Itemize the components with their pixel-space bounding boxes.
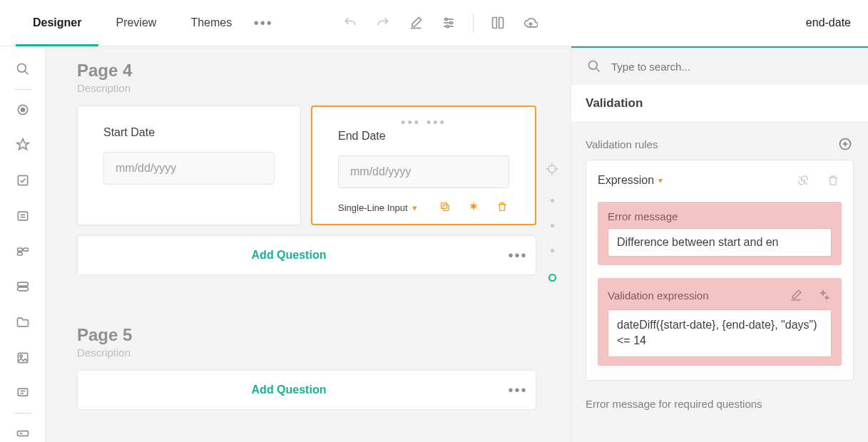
svg-rect-26 xyxy=(443,205,449,210)
svg-rect-27 xyxy=(441,203,447,209)
caret-down-icon: ▾ xyxy=(658,175,663,185)
question-label[interactable]: Start Date xyxy=(103,126,275,139)
panel-search-input[interactable] xyxy=(611,61,854,73)
eraser-icon[interactable] xyxy=(787,287,805,304)
duplicate-button[interactable] xyxy=(439,201,452,214)
page-dot[interactable] xyxy=(551,249,554,252)
divider xyxy=(14,413,31,413)
svg-rect-15 xyxy=(23,248,28,251)
panel-body: Validation rules Expression ▾ Er xyxy=(571,123,868,442)
add-rule-button[interactable] xyxy=(837,135,854,153)
add-question-button[interactable]: Add Question xyxy=(78,384,500,396)
panel-section-header[interactable]: Validation xyxy=(571,85,868,123)
svg-rect-24 xyxy=(17,431,28,436)
svg-point-28 xyxy=(548,165,556,173)
svg-point-5 xyxy=(446,25,449,27)
settings-icon[interactable] xyxy=(440,14,457,31)
page-title[interactable]: Page 5 xyxy=(77,325,536,345)
top-bar: Designer Preview Themes ••• end-date xyxy=(0,0,868,46)
wand-icon[interactable] xyxy=(815,287,832,304)
date-input[interactable]: mm/dd/yyyy xyxy=(338,155,509,188)
radio-icon[interactable] xyxy=(14,101,31,118)
rule-tools xyxy=(795,172,842,189)
boolean-icon[interactable] xyxy=(14,278,31,295)
image-icon[interactable] xyxy=(14,349,31,366)
file-icon[interactable] xyxy=(14,314,31,331)
date-placeholder: mm/dd/yyyy xyxy=(116,162,176,175)
divider xyxy=(473,13,474,33)
tab-label: Preview xyxy=(116,16,156,29)
svg-rect-21 xyxy=(18,389,27,396)
delete-button[interactable] xyxy=(496,201,509,214)
comment-icon[interactable] xyxy=(14,385,31,402)
tabs-overflow-button[interactable]: ••• xyxy=(249,15,277,31)
search-icon[interactable] xyxy=(14,61,31,78)
redo-button[interactable] xyxy=(374,14,392,31)
page-dot-active[interactable] xyxy=(548,274,556,282)
tab-designer[interactable]: Designer xyxy=(16,0,98,46)
field-label: Error message xyxy=(608,210,678,222)
unlink-icon[interactable] xyxy=(795,172,812,189)
svg-line-7 xyxy=(24,71,28,74)
svg-point-20 xyxy=(19,355,21,357)
design-canvas[interactable]: Page 4 Description Start Date mm/dd/yyyy… xyxy=(46,46,571,442)
tab-label: Themes xyxy=(190,16,232,29)
date-placeholder: mm/dd/yyyy xyxy=(350,165,411,178)
svg-point-4 xyxy=(450,21,452,24)
main-tabs: Designer Preview Themes xyxy=(16,0,249,46)
delete-rule-button[interactable] xyxy=(824,172,842,189)
page-description[interactable]: Description xyxy=(77,82,536,94)
tab-themes[interactable]: Themes xyxy=(173,0,249,46)
left-toolbox xyxy=(0,46,46,442)
svg-rect-11 xyxy=(18,212,27,220)
validation-expression-input[interactable]: dateDiff({start-date}, {end-date}, "days… xyxy=(608,309,832,357)
tagbox-icon[interactable] xyxy=(14,243,31,260)
question-card-end-date[interactable]: ••• ••• End Date mm/dd/yyyy Single-Line … xyxy=(311,106,536,225)
question-toolbar: Single-Line Input ▾ xyxy=(338,201,509,214)
svg-line-34 xyxy=(596,68,600,72)
drag-handle-icon[interactable]: ••• ••• xyxy=(338,120,509,125)
page-dot[interactable] xyxy=(551,224,554,227)
add-question-row: Add Question ••• xyxy=(77,235,536,275)
add-question-menu[interactable]: ••• xyxy=(500,382,536,399)
rating-icon[interactable] xyxy=(14,136,31,153)
svg-rect-17 xyxy=(17,282,28,286)
page-description[interactable]: Description xyxy=(77,346,536,359)
date-input[interactable]: mm/dd/yyyy xyxy=(103,152,275,185)
question-type-select[interactable]: Single-Line Input ▾ xyxy=(338,202,417,213)
caret-down-icon: ▾ xyxy=(412,202,417,213)
undo-button[interactable] xyxy=(342,14,359,31)
add-question-row: Add Question ••• xyxy=(77,370,536,410)
svg-point-3 xyxy=(445,18,447,20)
add-question-button[interactable]: Add Question xyxy=(78,249,500,262)
rule-type-row: Expression ▾ xyxy=(598,172,842,189)
svg-point-6 xyxy=(17,63,26,72)
tab-preview[interactable]: Preview xyxy=(98,0,173,46)
text-input-icon[interactable] xyxy=(14,425,31,442)
svg-rect-18 xyxy=(17,287,28,291)
add-question-menu[interactable]: ••• xyxy=(500,247,536,264)
checkbox-icon[interactable] xyxy=(14,172,31,189)
rules-label: Validation rules xyxy=(586,138,658,150)
required-button[interactable] xyxy=(468,201,481,214)
field-label: Validation expression xyxy=(608,289,708,302)
rule-type-select[interactable]: Expression ▾ xyxy=(598,174,663,187)
cloud-upload-icon[interactable] xyxy=(522,14,539,31)
page-title[interactable]: Page 4 xyxy=(77,61,536,81)
svg-point-9 xyxy=(21,108,24,111)
svg-point-33 xyxy=(589,61,598,70)
locate-icon[interactable] xyxy=(543,160,561,178)
book-icon[interactable] xyxy=(489,14,506,31)
question-card-start-date[interactable]: Start Date mm/dd/yyyy xyxy=(77,106,301,225)
question-label[interactable]: End Date xyxy=(338,130,509,143)
page-dot[interactable] xyxy=(551,199,554,202)
error-message-value: Difference between start and en xyxy=(617,236,779,248)
validation-rule-card: Expression ▾ Error message Difference be… xyxy=(586,160,854,381)
error-message-input[interactable]: Difference between start and en xyxy=(608,228,832,257)
dots-icon: ••• xyxy=(508,382,527,399)
eraser-icon[interactable] xyxy=(407,14,424,31)
svg-rect-16 xyxy=(17,252,22,255)
main-area: Page 4 Description Start Date mm/dd/yyyy… xyxy=(0,46,868,442)
validation-expression-field: Validation expression dateDiff({start-da… xyxy=(598,278,842,366)
dropdown-icon[interactable] xyxy=(14,207,31,225)
